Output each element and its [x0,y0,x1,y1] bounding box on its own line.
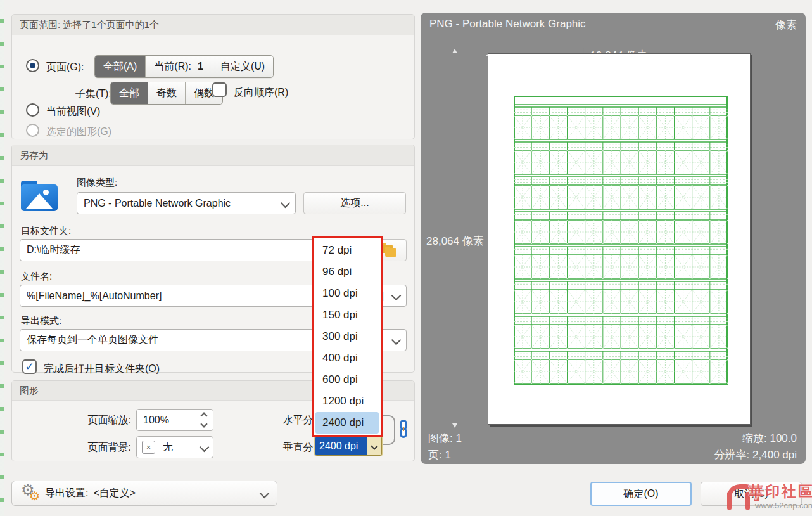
page-range-group: 页面范围: 选择了1个页面中的1个 页面(G): 全部(A) 当前(R): 1 … [11,14,415,139]
preview-title: PNG - Portable Network Graphic [429,18,586,30]
dpi-option[interactable]: 2400 dpi [315,412,379,434]
radio-dot [30,63,35,68]
page-range-header-text: 页面范围: 选择了1个页面中的1个 [20,19,159,31]
export-dialog: 页面范围: 选择了1个页面中的1个 页面(G): 全部(A) 当前(R): 1 … [0,0,812,516]
export-mode-label: 导出模式: [21,315,61,327]
chevron-down-icon [371,442,377,449]
current-view-radio[interactable] [26,103,39,117]
page-range-header: 页面范围: 选择了1个页面中的1个 [12,15,414,35]
height-dimension-label: 28,064 像素 [424,232,486,250]
target-folder-label: 目标文件夹: [21,225,71,237]
export-settings-combobox[interactable]: ⚙ ⚙ 导出设置: <自定义> [11,481,277,506]
ok-button[interactable]: 确定(O) [590,482,692,506]
folder-front-icon [385,248,396,257]
chevron-down-icon [281,198,291,209]
link-chain-icon[interactable] [400,420,409,439]
status-resolution: 分辨率: 2,400 dpi [714,448,797,462]
cancel-button[interactable]: 取消(C) [701,482,802,506]
height-dimension-line: 28,064 像素 [455,49,455,427]
dpi-option[interactable]: 400 dpi [314,347,381,369]
vertical-res-combobox[interactable]: 2400 dpi [315,436,382,456]
image-mountain [26,193,53,209]
reverse-order-checkbox[interactable] [212,82,227,97]
save-as-header: 另存为 [12,145,414,166]
graphics-header-text: 图形 [20,385,39,397]
seg-current-label: 当前(R): [154,60,191,74]
export-settings-value: <自定义> [93,487,136,500]
image-type-label: 图像类型: [77,177,117,189]
subset-all-button[interactable]: 全部 [111,82,148,104]
dpi-option[interactable]: 72 dpi [314,240,381,261]
subset-label: 子集(T): [75,87,111,101]
filename-label: 文件名: [21,271,52,283]
preview-pane: PNG - Portable Network Graphic 像素 19,844… [421,13,806,464]
save-as-header-text: 另存为 [20,150,48,162]
dpi-option[interactable]: 600 dpi [314,369,381,390]
target-folder-value: D:\临时缓存 [27,243,80,257]
dpi-option[interactable]: 96 dpi [314,261,381,283]
background-app-strip [0,0,4,516]
dpi-option[interactable]: 100 dpi [314,283,381,304]
pictures-folder-icon [21,181,58,211]
pages-radio-label: 页面(G): [46,61,84,74]
status-page: 页: 1 [428,448,451,462]
status-images: 图像: 1 [428,431,462,446]
open-folder-checkbox[interactable]: ✓ [22,359,37,374]
image-type-value: PNG - Portable Network Graphic [84,198,282,209]
chain-mid [403,427,404,431]
spinner-up-icon[interactable] [200,412,207,419]
dpi-option[interactable]: 150 dpi [314,304,381,326]
chevron-down-icon [391,335,402,345]
vertical-res-value: 2400 dpi [315,437,367,455]
page-zoom-spinner[interactable]: 100% [136,409,213,431]
page-bg-value: 无 [163,441,201,454]
spinner-arrows[interactable] [201,413,206,427]
spinner-down-icon[interactable] [200,420,207,427]
none-swatch-icon: × [142,441,155,454]
page-zoom-label: 页面缩放: [73,414,131,427]
reverse-order-label: 反向顺序(R) [234,86,288,100]
seg-current-button[interactable]: 当前(R): 1 [145,56,212,77]
page-bg-label: 页面背景: [73,441,131,455]
image-type-combobox[interactable]: PNG - Portable Network Graphic [77,192,296,214]
page-zoom-value: 100% [143,415,201,426]
preview-header-divider [421,37,806,37]
pages-radio[interactable] [26,59,39,72]
chevron-down-icon [260,488,270,498]
subset-segmented-control: 全部 奇数 偶数 [110,82,223,105]
page-bg-combobox[interactable]: × 无 [136,436,213,458]
dpi-dropdown-list: 72 dpi96 dpi100 dpi150 dpi300 dpi400 dpi… [312,236,383,437]
current-view-label: 当前视图(V) [46,105,100,119]
chevron-down-icon [200,442,210,453]
seg-all-button[interactable]: 全部(A) [95,56,145,77]
status-zoom: 缩放: 100.0 [742,431,797,446]
selected-graphics-radio [26,124,39,137]
export-settings-label: 导出设置: [45,487,88,500]
gears-icon: ⚙ ⚙ [21,484,45,503]
pages-segmented-control: 全部(A) 当前(R): 1 自定义(U) [94,55,274,78]
seg-custom-button[interactable]: 自定义(U) [212,56,273,77]
page-preview [488,53,751,425]
open-folder-label: 完成后打开目标文件夹(O) [44,363,160,376]
practice-grid [514,96,728,385]
selected-graphics-label: 选定的图形(G) [46,126,111,139]
dpi-option[interactable]: 1200 dpi [314,390,381,412]
chevron-down-icon [391,291,402,301]
vertical-res-dropdown-button[interactable] [367,437,381,455]
dpi-option[interactable]: 300 dpi [314,326,381,347]
preview-unit-label: 像素 [775,18,797,32]
subset-odd-button[interactable]: 奇数 [148,82,185,104]
gear-orange-icon: ⚙ [29,490,40,502]
current-page-value: 1 [198,61,203,72]
options-button[interactable]: 选项... [303,192,406,214]
